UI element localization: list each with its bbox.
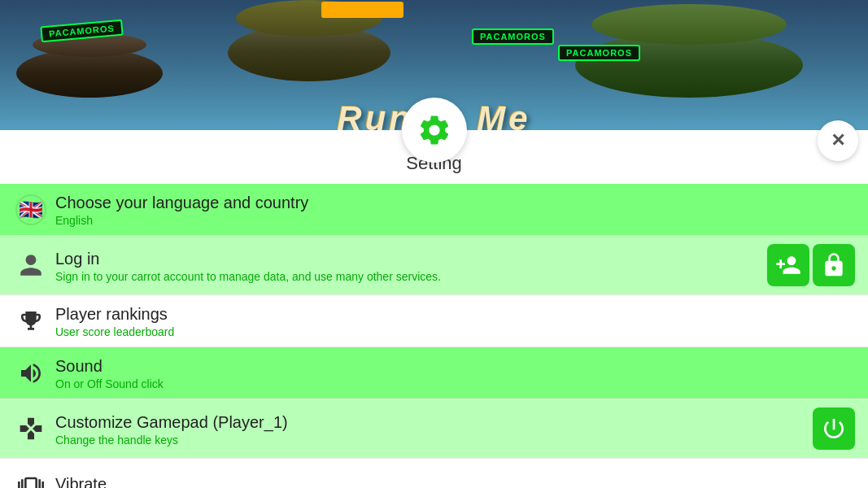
vibrate-icon — [13, 472, 49, 489]
person-icon — [13, 252, 49, 278]
platform-3: PACAMOROS — [575, 33, 803, 98]
gamepad-title: Customize Gamepad (Player_1) — [55, 412, 813, 433]
vibrate-text: Vibrate — [55, 473, 855, 488]
settings-panel: Setting 🇬🇧 Choose your language and coun… — [0, 130, 868, 488]
login-actions — [767, 244, 855, 286]
flag-icon: 🇬🇧 — [13, 194, 49, 225]
language-subtitle: English — [55, 214, 855, 227]
settings-item-sound[interactable]: Sound On or Off Sound click — [0, 347, 868, 399]
settings-item-language[interactable]: 🇬🇧 Choose your language and country Engl… — [0, 184, 868, 236]
settings-item-rankings[interactable]: Player rankings User score leaderboard — [0, 295, 868, 347]
sound-text: Sound On or Off Sound click — [55, 355, 855, 390]
sign-3: PACAMOROS — [321, 2, 403, 18]
settings-list[interactable]: 🇬🇧 Choose your language and country Engl… — [0, 184, 868, 488]
rankings-title: Player rankings — [55, 303, 855, 325]
password-button[interactable] — [813, 244, 855, 286]
sign-2: PACAMOROS — [472, 28, 554, 45]
login-title: Log in — [55, 248, 767, 269]
sound-subtitle: On or Off Sound click — [55, 377, 855, 390]
gamepad-icon — [13, 416, 49, 442]
settings-item-login[interactable]: Log in Sign in to your carrot account to… — [0, 236, 868, 295]
add-user-button[interactable] — [767, 244, 809, 286]
trophy-icon — [13, 308, 49, 334]
close-icon: ✕ — [831, 132, 845, 150]
gamepad-text: Customize Gamepad (Player_1) Change the … — [55, 412, 813, 447]
uk-flag: 🇬🇧 — [15, 194, 46, 225]
language-text: Choose your language and country English — [55, 192, 855, 227]
sign-4: PACAMOROS — [558, 45, 640, 61]
sound-title: Sound — [55, 355, 855, 377]
gamepad-subtitle: Change the handle keys — [55, 434, 813, 447]
platform-2: PACAMOROS — [228, 24, 390, 81]
rankings-subtitle: User score leaderboard — [55, 325, 855, 338]
power-button[interactable] — [813, 407, 855, 450]
login-text: Log in Sign in to your carrot account to… — [55, 248, 767, 283]
language-title: Choose your language and country — [55, 192, 855, 213]
settings-item-vibrate[interactable]: Vibrate — [0, 459, 868, 488]
vibrate-title: Vibrate — [55, 473, 855, 488]
gamepad-actions — [813, 407, 855, 450]
platform-1 — [16, 49, 163, 98]
close-button[interactable]: ✕ — [818, 120, 858, 161]
sound-icon — [13, 360, 49, 386]
rankings-text: Player rankings User score leaderboard — [55, 303, 855, 338]
settings-gear-icon — [402, 98, 467, 163]
settings-item-gamepad[interactable]: Customize Gamepad (Player_1) Change the … — [0, 399, 868, 459]
login-subtitle: Sign in to your carrot account to manage… — [55, 270, 767, 283]
gear-svg — [417, 112, 452, 148]
